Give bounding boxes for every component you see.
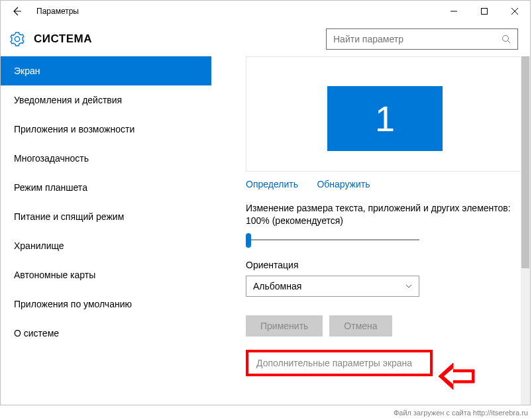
footer-credit: Файл загружен с сайта http://itserebra.r… [394,409,528,417]
back-button[interactable] [1,1,32,22]
orientation-select[interactable]: Альбомная [246,276,419,297]
sidebar-item-storage[interactable]: Хранилище [1,231,211,260]
page-title: СИСТЕМА [34,32,92,46]
maximize-icon [481,8,488,15]
sidebar-item-multitasking[interactable]: Многозадачность [1,144,211,173]
action-buttons: Применить Отмена [246,315,519,337]
sidebar-item-label: Многозадачность [14,153,89,164]
search-input[interactable] [333,34,502,44]
sidebar-item-label: Режим планшета [14,182,87,193]
sidebar-item-notifications[interactable]: Уведомления и действия [1,85,211,115]
chevron-down-icon [405,283,412,289]
settings-window: Параметры СИСТЕМА Экран Уведомления и де… [0,0,531,405]
sidebar-item-default-apps[interactable]: Приложения по умолчанию [1,289,211,319]
scrollbar-thumb[interactable] [521,56,529,268]
monitor-tile-1[interactable]: 1 [327,86,443,151]
sidebar-item-label: Приложения по умолчанию [14,299,132,309]
sidebar-item-apps-features[interactable]: Приложения и возможности [1,115,211,144]
sidebar-item-label: Питание и спящий режим [14,211,124,222]
svg-rect-1 [482,9,488,15]
sidebar-item-label: Автономные карты [14,270,95,280]
maximize-button[interactable] [469,1,500,22]
svg-line-5 [508,41,511,44]
display-links: Определить Обнаружить [246,178,519,190]
back-arrow-icon [11,5,23,17]
sidebar-item-display[interactable]: Экран [1,56,211,85]
sidebar: Экран Уведомления и действия Приложения … [1,56,211,405]
apply-button[interactable]: Применить [246,315,323,337]
sidebar-item-tablet-mode[interactable]: Режим планшета [1,173,211,202]
monitor-preview-area: 1 [246,56,524,172]
sidebar-item-label: Приложения и возможности [14,124,134,134]
advanced-display-settings-link[interactable]: Дополнительные параметры экрана [246,350,433,376]
annotation-arrow-icon [437,363,476,390]
monitor-number: 1 [375,98,395,139]
sidebar-item-power-sleep[interactable]: Питание и спящий режим [1,202,211,231]
sidebar-item-label: Экран [14,66,40,76]
scale-slider[interactable] [246,231,419,250]
slider-track [246,239,419,240]
minimize-button[interactable] [439,1,469,22]
svg-point-4 [503,36,509,42]
button-label: Отмена [344,321,377,331]
orientation-value: Альбомная [253,281,301,291]
identify-link[interactable]: Определить [246,179,298,189]
sidebar-item-about[interactable]: О системе [1,319,211,348]
close-button[interactable] [500,1,530,22]
sidebar-item-label: Уведомления и действия [14,95,122,105]
sidebar-item-label: Хранилище [14,240,64,251]
content-area: 1 Определить Обнаружить Изменение размер… [211,56,530,405]
button-label: Применить [260,321,308,331]
sidebar-item-label: О системе [14,328,59,339]
body: Экран Уведомления и действия Приложения … [1,56,530,405]
window-title: Параметры [36,7,439,16]
header: СИСТЕМА [1,22,530,56]
search-box[interactable] [326,28,518,50]
search-icon [502,34,511,44]
window-controls [439,1,530,22]
scrollbar[interactable] [521,56,530,405]
link-label: Дополнительные параметры экрана [256,358,412,368]
minimize-icon [451,8,457,15]
cancel-button[interactable]: Отмена [329,315,392,337]
close-icon [511,8,518,15]
gear-icon [10,32,25,46]
scale-label: Изменение размера текста, приложений и д… [246,202,511,227]
detect-link[interactable]: Обнаружить [317,179,370,189]
titlebar: Параметры [1,1,530,22]
slider-thumb[interactable] [246,233,251,248]
orientation-label: Ориентация [246,259,511,272]
sidebar-item-offline-maps[interactable]: Автономные карты [1,260,211,289]
